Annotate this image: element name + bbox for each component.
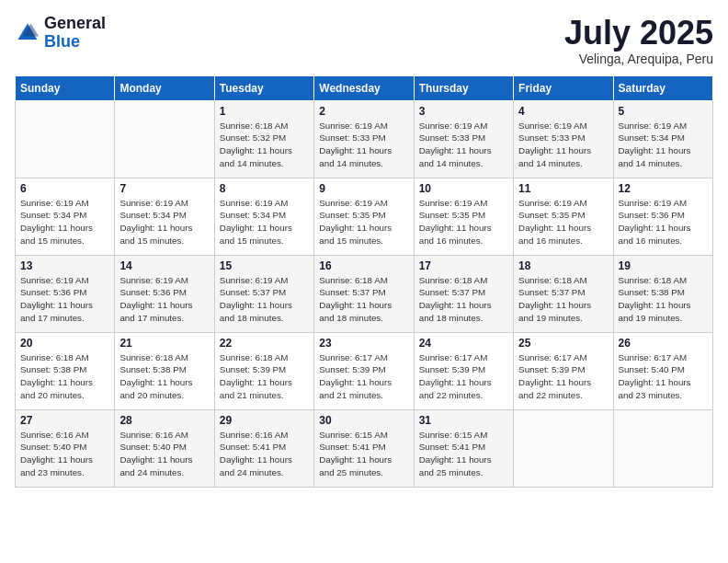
calendar-cell: 24Sunrise: 6:17 AMSunset: 5:39 PMDayligh… bbox=[414, 332, 513, 409]
location-subtitle: Velinga, Arequipa, Peru bbox=[564, 52, 713, 66]
day-info: Sunrise: 6:19 AMSunset: 5:35 PMDaylight:… bbox=[518, 197, 608, 247]
calendar-table: SundayMondayTuesdayWednesdayThursdayFrid… bbox=[15, 75, 713, 488]
calendar-cell: 17Sunrise: 6:18 AMSunset: 5:37 PMDayligh… bbox=[414, 255, 513, 332]
day-number: 28 bbox=[119, 414, 209, 427]
title-block: July 2025 Velinga, Arequipa, Peru bbox=[564, 15, 713, 66]
day-info: Sunrise: 6:19 AMSunset: 5:34 PMDaylight:… bbox=[119, 197, 209, 247]
day-info: Sunrise: 6:18 AMSunset: 5:38 PMDaylight:… bbox=[119, 351, 209, 402]
day-number: 12 bbox=[619, 182, 708, 195]
day-info: Sunrise: 6:18 AMSunset: 5:37 PMDaylight:… bbox=[319, 274, 408, 325]
day-number: 2 bbox=[319, 105, 408, 118]
day-number: 8 bbox=[220, 182, 309, 195]
calendar-cell: 23Sunrise: 6:17 AMSunset: 5:39 PMDayligh… bbox=[314, 332, 414, 409]
day-info: Sunrise: 6:19 AMSunset: 5:35 PMDaylight:… bbox=[319, 197, 408, 247]
day-number: 20 bbox=[20, 337, 109, 350]
calendar-cell: 7Sunrise: 6:19 AMSunset: 5:34 PMDaylight… bbox=[115, 178, 214, 255]
calendar-cell bbox=[613, 409, 712, 487]
day-number: 18 bbox=[518, 259, 608, 272]
weekday-header: Monday bbox=[115, 75, 214, 100]
calendar-cell: 6Sunrise: 6:19 AMSunset: 5:34 PMDaylight… bbox=[16, 178, 115, 255]
calendar-cell: 31Sunrise: 6:15 AMSunset: 5:41 PMDayligh… bbox=[414, 409, 513, 487]
day-number: 1 bbox=[220, 105, 309, 118]
day-number: 17 bbox=[419, 259, 508, 272]
weekday-header: Saturday bbox=[613, 75, 712, 100]
day-number: 16 bbox=[319, 259, 408, 272]
calendar-cell: 2Sunrise: 6:19 AMSunset: 5:33 PMDaylight… bbox=[314, 100, 414, 178]
calendar-cell: 14Sunrise: 6:19 AMSunset: 5:36 PMDayligh… bbox=[115, 255, 214, 332]
day-number: 5 bbox=[619, 105, 708, 118]
calendar-cell: 26Sunrise: 6:17 AMSunset: 5:40 PMDayligh… bbox=[613, 332, 712, 409]
day-info: Sunrise: 6:18 AMSunset: 5:38 PMDaylight:… bbox=[619, 274, 708, 325]
calendar-cell: 16Sunrise: 6:18 AMSunset: 5:37 PMDayligh… bbox=[314, 255, 414, 332]
weekday-header: Friday bbox=[514, 75, 613, 100]
day-number: 13 bbox=[20, 259, 109, 272]
day-info: Sunrise: 6:19 AMSunset: 5:35 PMDaylight:… bbox=[419, 197, 508, 247]
calendar-cell: 9Sunrise: 6:19 AMSunset: 5:35 PMDaylight… bbox=[314, 178, 414, 255]
calendar-cell: 11Sunrise: 6:19 AMSunset: 5:35 PMDayligh… bbox=[514, 178, 613, 255]
day-info: Sunrise: 6:19 AMSunset: 5:34 PMDaylight:… bbox=[619, 120, 708, 170]
calendar-cell: 30Sunrise: 6:15 AMSunset: 5:41 PMDayligh… bbox=[314, 409, 414, 487]
day-number: 24 bbox=[419, 337, 508, 350]
day-info: Sunrise: 6:19 AMSunset: 5:37 PMDaylight:… bbox=[220, 274, 309, 325]
day-number: 3 bbox=[419, 105, 508, 118]
calendar-cell bbox=[514, 409, 613, 487]
calendar-cell bbox=[16, 100, 115, 178]
calendar-week-row: 13Sunrise: 6:19 AMSunset: 5:36 PMDayligh… bbox=[16, 255, 713, 332]
day-info: Sunrise: 6:16 AMSunset: 5:40 PMDaylight:… bbox=[119, 429, 209, 479]
day-info: Sunrise: 6:19 AMSunset: 5:33 PMDaylight:… bbox=[518, 120, 608, 170]
calendar-cell bbox=[115, 100, 214, 178]
day-info: Sunrise: 6:19 AMSunset: 5:33 PMDaylight:… bbox=[319, 120, 408, 170]
calendar-cell: 21Sunrise: 6:18 AMSunset: 5:38 PMDayligh… bbox=[115, 332, 214, 409]
weekday-header: Thursday bbox=[414, 75, 513, 100]
logo-text: General Blue bbox=[44, 15, 106, 52]
calendar-week-row: 27Sunrise: 6:16 AMSunset: 5:40 PMDayligh… bbox=[16, 409, 713, 487]
calendar-week-row: 6Sunrise: 6:19 AMSunset: 5:34 PMDaylight… bbox=[16, 178, 713, 255]
logo-blue: Blue bbox=[44, 33, 106, 52]
calendar-cell: 3Sunrise: 6:19 AMSunset: 5:33 PMDaylight… bbox=[414, 100, 513, 178]
weekday-header: Wednesday bbox=[314, 75, 414, 100]
weekday-header: Sunday bbox=[16, 75, 115, 100]
day-info: Sunrise: 6:15 AMSunset: 5:41 PMDaylight:… bbox=[419, 429, 508, 479]
calendar-cell: 19Sunrise: 6:18 AMSunset: 5:38 PMDayligh… bbox=[613, 255, 712, 332]
calendar-cell: 20Sunrise: 6:18 AMSunset: 5:38 PMDayligh… bbox=[16, 332, 115, 409]
day-info: Sunrise: 6:18 AMSunset: 5:38 PMDaylight:… bbox=[20, 351, 109, 402]
calendar-cell: 10Sunrise: 6:19 AMSunset: 5:35 PMDayligh… bbox=[414, 178, 513, 255]
logo: General Blue bbox=[15, 15, 106, 52]
calendar-cell: 4Sunrise: 6:19 AMSunset: 5:33 PMDaylight… bbox=[514, 100, 613, 178]
calendar-cell: 22Sunrise: 6:18 AMSunset: 5:39 PMDayligh… bbox=[214, 332, 313, 409]
day-number: 6 bbox=[20, 182, 109, 195]
calendar-week-row: 1Sunrise: 6:18 AMSunset: 5:32 PMDaylight… bbox=[16, 100, 713, 178]
weekday-header-row: SundayMondayTuesdayWednesdayThursdayFrid… bbox=[16, 75, 713, 100]
day-number: 21 bbox=[119, 337, 209, 350]
page-header: General Blue July 2025 Velinga, Arequipa… bbox=[15, 15, 713, 66]
logo-general: General bbox=[44, 15, 106, 33]
calendar-cell: 18Sunrise: 6:18 AMSunset: 5:37 PMDayligh… bbox=[514, 255, 613, 332]
day-info: Sunrise: 6:19 AMSunset: 5:34 PMDaylight:… bbox=[20, 197, 109, 247]
day-info: Sunrise: 6:16 AMSunset: 5:41 PMDaylight:… bbox=[220, 429, 309, 479]
day-info: Sunrise: 6:18 AMSunset: 5:32 PMDaylight:… bbox=[220, 120, 309, 170]
day-number: 26 bbox=[619, 337, 708, 350]
weekday-header: Tuesday bbox=[214, 75, 313, 100]
day-info: Sunrise: 6:19 AMSunset: 5:36 PMDaylight:… bbox=[619, 197, 708, 247]
day-info: Sunrise: 6:19 AMSunset: 5:36 PMDaylight:… bbox=[20, 274, 109, 325]
day-info: Sunrise: 6:15 AMSunset: 5:41 PMDaylight:… bbox=[319, 429, 408, 479]
calendar-cell: 27Sunrise: 6:16 AMSunset: 5:40 PMDayligh… bbox=[16, 409, 115, 487]
calendar-cell: 13Sunrise: 6:19 AMSunset: 5:36 PMDayligh… bbox=[16, 255, 115, 332]
day-info: Sunrise: 6:19 AMSunset: 5:33 PMDaylight:… bbox=[419, 120, 508, 170]
day-number: 15 bbox=[220, 259, 309, 272]
month-title: July 2025 bbox=[564, 15, 713, 52]
calendar-cell: 15Sunrise: 6:19 AMSunset: 5:37 PMDayligh… bbox=[214, 255, 313, 332]
day-info: Sunrise: 6:17 AMSunset: 5:40 PMDaylight:… bbox=[619, 351, 708, 402]
day-number: 30 bbox=[319, 414, 408, 427]
calendar-cell: 12Sunrise: 6:19 AMSunset: 5:36 PMDayligh… bbox=[613, 178, 712, 255]
day-number: 19 bbox=[619, 259, 708, 272]
day-number: 25 bbox=[518, 337, 608, 350]
logo-icon bbox=[15, 20, 40, 46]
day-info: Sunrise: 6:18 AMSunset: 5:39 PMDaylight:… bbox=[220, 351, 309, 402]
calendar-week-row: 20Sunrise: 6:18 AMSunset: 5:38 PMDayligh… bbox=[16, 332, 713, 409]
day-info: Sunrise: 6:16 AMSunset: 5:40 PMDaylight:… bbox=[20, 429, 109, 479]
day-number: 9 bbox=[319, 182, 408, 195]
calendar-cell: 29Sunrise: 6:16 AMSunset: 5:41 PMDayligh… bbox=[214, 409, 313, 487]
day-number: 22 bbox=[220, 337, 309, 350]
day-info: Sunrise: 6:17 AMSunset: 5:39 PMDaylight:… bbox=[419, 351, 508, 402]
